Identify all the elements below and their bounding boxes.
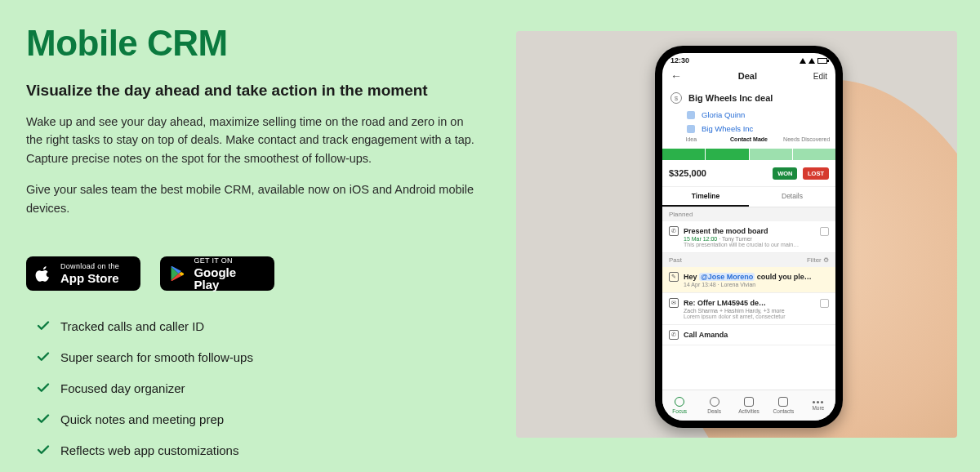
battery-icon [817, 58, 827, 64]
stage-label: Contact Made [720, 135, 778, 144]
status-time: 12:30 [670, 56, 689, 65]
google-play-icon [168, 264, 185, 283]
won-button[interactable]: WON [773, 167, 797, 180]
activities-icon [744, 397, 754, 407]
nav-label: Deals [707, 408, 721, 414]
apple-icon [34, 264, 52, 283]
stage-bar[interactable] [662, 149, 835, 160]
check-icon [36, 443, 51, 457]
activity-title: Call Amanda [684, 331, 728, 339]
page-title: Mobile CRM [26, 23, 483, 64]
app-store-top-text: Download on the [60, 263, 119, 270]
person-link[interactable]: Gloria Quinn [662, 107, 835, 121]
stage-labels: Idea Contact Made Needs Discovered [662, 135, 835, 144]
nav-title: Deal [738, 71, 757, 81]
filter-button[interactable]: Filter ⚙ [807, 256, 829, 264]
email-card[interactable]: ✉ Re: Offer LM45945 de… Zach Sharma + Ha… [662, 293, 835, 325]
done-checkbox[interactable] [820, 299, 829, 308]
person-name: Gloria Quinn [702, 110, 745, 119]
check-icon [36, 412, 51, 426]
deal-name: Big Wheels Inc deal [688, 93, 773, 103]
call-icon: ✆ [669, 330, 679, 340]
signal-icon [808, 58, 815, 64]
section-planned: Planned [662, 207, 835, 221]
nav-activities[interactable]: Activities [732, 390, 766, 421]
note-meta: 14 Apr 13:48 · Lorena Vivian [684, 282, 829, 287]
nav-label: Activities [738, 408, 760, 414]
done-checkbox[interactable] [820, 227, 829, 236]
tab-details[interactable]: Details [749, 187, 835, 207]
bottom-nav: Focus Deals Activities Contacts [662, 390, 835, 421]
mail-icon: ✉ [669, 298, 679, 308]
email-meta: Zach Sharma + Hashim Hardy, +3 more [684, 308, 829, 314]
status-bar: 12:30 [662, 53, 835, 66]
check-icon [36, 318, 51, 333]
note-text: Hey @Jose Moreno could you ple… [684, 273, 812, 281]
phone-screen: 12:30 ← Deal Edit $ Big [662, 53, 835, 421]
activity-sub: This presentation will be crucial to our… [684, 242, 829, 247]
feature-item: Tracked calls and caller ID [26, 318, 483, 333]
org-name: Big Wheels Inc [702, 124, 753, 133]
contacts-icon [778, 397, 788, 407]
check-icon [36, 350, 51, 364]
google-play-bottom-text: Google Play [194, 266, 263, 291]
wifi-icon [800, 58, 806, 64]
product-screenshot: 12:30 ← Deal Edit $ Big [516, 31, 957, 438]
email-title: Re: Offer LM45945 de… [684, 299, 766, 307]
person-icon [687, 111, 695, 119]
nav-bar: ← Deal Edit [662, 66, 835, 87]
feature-item: Quick notes and meeting prep [26, 412, 483, 426]
nav-label: Contacts [773, 408, 795, 414]
nav-label: Focus [672, 408, 687, 414]
check-icon [36, 381, 51, 395]
note-card[interactable]: ✎ Hey @Jose Moreno could you ple… 14 Apr… [662, 267, 835, 293]
note-icon: ✎ [669, 272, 679, 282]
currency-icon: $ [670, 92, 682, 104]
section-past-label: Past [669, 256, 682, 264]
activity-card[interactable]: ✆ Present the mood board 15 Mar 12:00 · … [662, 221, 835, 253]
feature-list: Tracked calls and caller ID Super search… [26, 318, 483, 472]
phone-frame: 12:30 ← Deal Edit $ Big [655, 46, 843, 428]
feature-item: Reflects web app customizations [26, 443, 483, 457]
nav-focus[interactable]: Focus [662, 390, 697, 421]
org-icon [687, 125, 695, 133]
tab-timeline[interactable]: Timeline [662, 187, 749, 207]
app-store-bottom-text: App Store [60, 272, 119, 284]
app-store-button[interactable]: Download on the App Store [26, 256, 140, 291]
mention: @Jose Moreno [699, 273, 755, 281]
section-past: Past Filter ⚙ [662, 253, 835, 267]
feature-text: Reflects web app customizations [60, 443, 238, 457]
feature-item: Focused day organizer [26, 381, 483, 395]
google-play-button[interactable]: GET IT ON Google Play [160, 256, 274, 291]
edit-button[interactable]: Edit [813, 72, 827, 81]
activity-title: Present the mood board [684, 227, 768, 235]
page-subtitle: Visualize the day ahead and take action … [26, 82, 483, 100]
activity-card[interactable]: ✆ Call Amanda [662, 325, 835, 345]
back-icon[interactable]: ← [670, 69, 682, 82]
focus-icon [675, 397, 684, 407]
google-play-top-text: GET IT ON [194, 257, 263, 265]
org-link[interactable]: Big Wheels Inc [662, 121, 835, 135]
deal-amount: $325,000 [669, 168, 706, 178]
lost-button[interactable]: LOST [803, 167, 829, 180]
feature-item: Super search for smooth follow-ups [26, 350, 483, 364]
feature-text: Tracked calls and caller ID [60, 319, 204, 333]
activity-date: 15 Mar 12:00 [684, 236, 717, 242]
more-icon [813, 401, 823, 403]
email-sub: Lorem ipsum dolor sit amet, consectetur [684, 314, 829, 319]
stage-label: Needs Discovered [777, 135, 835, 144]
nav-more[interactable]: More [801, 390, 835, 421]
nav-contacts[interactable]: Contacts [766, 390, 800, 421]
nav-deals[interactable]: Deals [697, 390, 731, 421]
stage-label: Idea [662, 135, 720, 144]
feature-text: Quick notes and meeting prep [60, 412, 224, 426]
feature-text: Super search for smooth follow-ups [60, 350, 253, 364]
deals-icon [710, 397, 719, 407]
feature-text: Focused day organizer [60, 381, 185, 395]
call-icon: ✆ [669, 226, 679, 236]
intro-paragraph-1: Wake up and see your day ahead, maximize… [26, 113, 479, 167]
activity-owner: · Tony Turner [717, 236, 752, 242]
deal-tabs: Timeline Details [662, 187, 835, 207]
nav-label: More [812, 405, 824, 411]
intro-paragraph-2: Give your sales team the best mobile CRM… [26, 180, 479, 217]
